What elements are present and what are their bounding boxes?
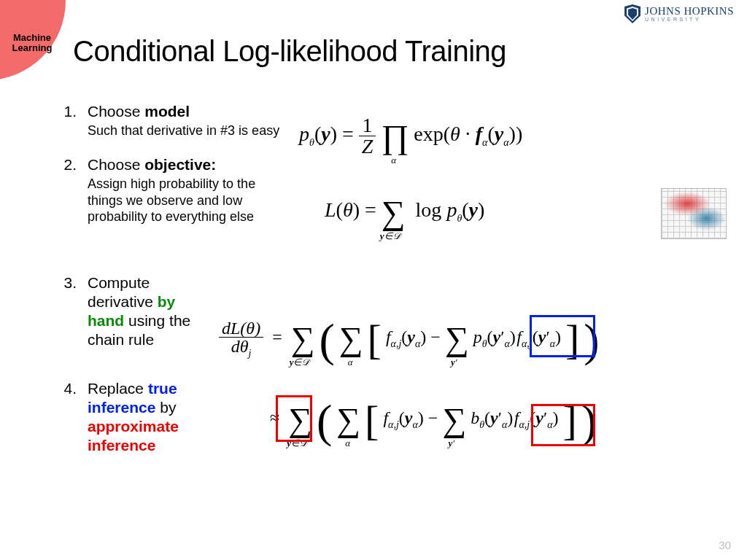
- logo-top: JOHNS HOPKINS: [645, 6, 734, 17]
- step2-sub: Assign high probability to the things we…: [88, 176, 285, 225]
- slide-title: Conditional Log-likelihood Training: [73, 35, 506, 68]
- step4-d: approximate inference: [88, 418, 179, 454]
- logo-bottom: UNIVERSITY: [645, 17, 734, 22]
- steps-list: Choose model Such that derivative in #3 …: [44, 102, 285, 472]
- step4-a: Replace: [88, 380, 148, 397]
- highlight-exact-inference: [530, 315, 595, 357]
- equation-model: pθ(y) = 1Z ∏ α exp(θ · fα(yα)): [299, 115, 522, 157]
- course-badge: Machine Learning: [0, 0, 66, 80]
- step-2: Choose objective: Assign high probabilit…: [44, 155, 285, 225]
- step2-text: Choose: [88, 156, 144, 173]
- step-1: Choose model Such that derivative in #3 …: [44, 102, 285, 139]
- university-logo: JOHNS HOPKINS UNIVERSITY: [624, 4, 734, 23]
- highlight-approx-belief: [531, 404, 595, 446]
- step2-bold: objective:: [144, 156, 216, 173]
- step-3: Compute derivative by hand using the cha…: [44, 273, 204, 350]
- loss-surface-thumbnail: [661, 188, 727, 239]
- highlight-approx-sum: [276, 395, 312, 442]
- badge-line2: Learning: [12, 42, 53, 53]
- badge-line1: Machine: [13, 32, 51, 43]
- step1-bold: model: [144, 103, 190, 120]
- step-4: Replace true inference by approximate in…: [44, 379, 204, 456]
- step4-c: by: [155, 399, 176, 416]
- equation-objective: L(θ) = ∑ y∈𝒟 log pθ(y): [325, 198, 484, 225]
- step1-sub: Such that derivative in #3 is easy: [88, 122, 285, 139]
- shield-icon: [624, 4, 640, 23]
- step3-a: Compute derivative: [88, 274, 158, 310]
- step1-text: Choose: [88, 103, 144, 120]
- page-number: 30: [719, 539, 731, 551]
